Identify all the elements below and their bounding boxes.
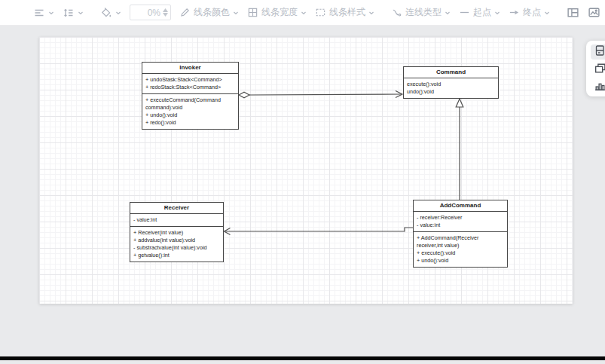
method: + getvalue():int: [133, 252, 220, 259]
document-icon: [594, 44, 605, 60]
class-name: Invoker: [142, 63, 238, 73]
layout-button[interactable]: [567, 6, 579, 19]
panel-tab-chart[interactable]: [591, 79, 605, 94]
attribute: - value:int: [417, 222, 504, 229]
zoom-input[interactable]: [135, 8, 160, 18]
chevron-down-icon: [48, 10, 54, 16]
attribute: - receiver:Receiver: [417, 214, 504, 222]
image-button[interactable]: [588, 6, 600, 19]
method: + undo():void: [417, 257, 504, 265]
class-name: AddCommand: [414, 200, 507, 211]
method: - substractvalue(int value):void: [133, 244, 220, 252]
pencil-icon: [179, 7, 191, 18]
stepper-down-icon[interactable]: [163, 13, 168, 17]
method: + execute():void: [417, 249, 504, 257]
panel-tab-frame[interactable]: [591, 62, 605, 77]
chevron-down-icon: [233, 10, 239, 16]
line-spacing-button[interactable]: [63, 7, 84, 19]
method: + AddCommand(Receiver receiver,int value…: [417, 234, 504, 249]
zoom-control: [130, 5, 171, 20]
method: + undo():void: [145, 112, 235, 119]
method: undo():void: [407, 88, 495, 96]
methods-compartment: execute():void undo():void: [404, 78, 498, 98]
methods-compartment: + AddCommand(Receiver receiver,int value…: [414, 231, 507, 267]
class-name: Command: [404, 67, 498, 78]
zoom-stepper[interactable]: [163, 8, 168, 17]
text-align-button[interactable]: [33, 7, 54, 19]
line-end-label: 终点: [523, 6, 541, 19]
side-panel: [586, 41, 605, 96]
line-style-label: 线条样式: [329, 6, 365, 19]
text-align-icon: [33, 7, 45, 19]
attributes-compartment: - receiver:Receiver - value:int: [414, 211, 507, 231]
grid-icon: [247, 7, 258, 18]
chevron-down-icon: [445, 10, 451, 16]
line-width-button[interactable]: 线条宽度: [247, 6, 307, 19]
chevron-down-icon: [115, 10, 121, 16]
method: + Receiver(int value): [133, 229, 220, 237]
frame-icon: [594, 62, 605, 78]
line-color-label: 线条颜色: [194, 6, 230, 19]
arrow-end-icon: [509, 7, 520, 18]
chevron-down-icon: [368, 10, 374, 16]
connector-invoker-command[interactable]: [239, 91, 402, 98]
image-icon: [588, 6, 600, 19]
connector-addcommand-receiver[interactable]: [225, 228, 414, 235]
dashed-rect-icon: [315, 7, 326, 18]
line-width-label: 线条宽度: [261, 6, 298, 19]
line-start-label: 起点: [473, 6, 491, 19]
connector-addcommand-command[interactable]: [456, 99, 463, 200]
paint-bucket-icon: [100, 7, 112, 19]
panel-tab-document[interactable]: [591, 44, 605, 60]
chevron-down-icon: [494, 10, 500, 16]
line-spacing-icon: [63, 7, 75, 19]
attribute: + redoStack:Stack<Command>: [145, 84, 235, 91]
line-style-button[interactable]: 线条样式: [315, 6, 374, 19]
methods-compartment: + executeCommand(Command command):void +…: [142, 93, 238, 129]
method: execute():void: [407, 81, 495, 88]
bottom-window-edge: [0, 356, 605, 360]
workspace: Command (aggregation with open arrow) --…: [0, 26, 605, 360]
line-end-button[interactable]: 终点: [509, 6, 550, 19]
fill-color-button[interactable]: [100, 7, 121, 19]
layout-icon: [567, 6, 579, 19]
method: + addvalue(int value):void: [133, 237, 220, 244]
toolbar: 线条颜色 线条宽度 线条样式: [0, 0, 605, 26]
attribute: + undoStask:Stack<Command>: [145, 76, 235, 84]
connector-type-button[interactable]: 连线类型: [391, 6, 451, 19]
methods-compartment: + Receiver(int value) + addvalue(int val…: [130, 226, 223, 262]
diagram-canvas[interactable]: Command (aggregation with open arrow) --…: [39, 37, 573, 304]
line-start-button[interactable]: 起点: [459, 6, 500, 19]
uml-class-command[interactable]: Command execute():void undo():void: [403, 66, 499, 99]
uml-class-invoker[interactable]: Invoker + undoStask:Stack<Command> + red…: [142, 62, 239, 130]
plain-line-icon: [459, 7, 470, 18]
connector-type-label: 连线类型: [405, 6, 442, 19]
stepper-up-icon[interactable]: [163, 8, 168, 12]
attributes-compartment: + undoStask:Stack<Command> + redoStack:S…: [142, 73, 238, 93]
attribute: - value:int: [133, 216, 220, 224]
uml-class-addcommand[interactable]: AddCommand - receiver:Receiver - value:i…: [413, 200, 508, 268]
chevron-down-icon: [301, 10, 307, 16]
chevron-down-icon: [544, 10, 550, 16]
method: + redo():void: [145, 119, 235, 127]
method: + executeCommand(Command command):void: [145, 96, 235, 112]
bar-chart-icon: [594, 79, 605, 95]
attributes-compartment: - value:int: [130, 213, 223, 226]
line-color-button[interactable]: 线条颜色: [179, 6, 239, 19]
class-name: Receiver: [130, 203, 223, 213]
uml-class-receiver[interactable]: Receiver - value:int + Receiver(int valu…: [130, 202, 224, 262]
chevron-down-icon: [78, 10, 84, 16]
curve-connector-icon: [391, 7, 402, 18]
